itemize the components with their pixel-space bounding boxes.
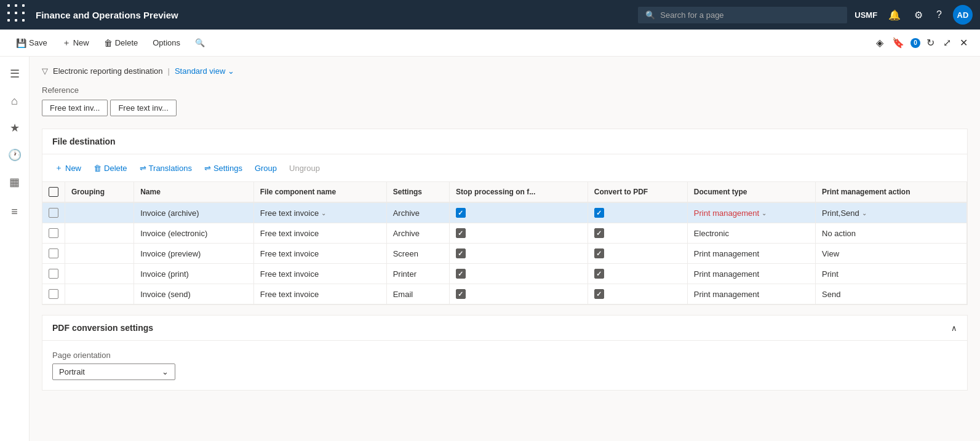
cell-print-action: No action: [816, 223, 967, 244]
cell-convert-pdf[interactable]: [588, 202, 687, 223]
dropdown-arrow-icon: ⌄: [762, 210, 767, 217]
help-icon[interactable]: ?: [934, 7, 944, 23]
page-header: ▽ Electronic reporting destination | Sta…: [42, 66, 968, 76]
close-icon[interactable]: ✕: [957, 34, 970, 51]
cell-stop-processing[interactable]: [449, 284, 588, 304]
cell-settings: Screen: [386, 244, 449, 264]
sidebar-item-hamburger[interactable]: ☰: [2, 62, 27, 86]
convert-pdf-checkbox[interactable]: [594, 269, 604, 279]
pdf-section-header[interactable]: PDF conversion settings ∧: [42, 316, 967, 341]
delete-label: Delete: [115, 38, 138, 47]
row-checkbox[interactable]: [49, 269, 58, 279]
stop-processing-checkbox[interactable]: [456, 228, 466, 238]
settings-icon[interactable]: ⚙: [912, 7, 925, 23]
cell-stop-processing[interactable]: [449, 244, 588, 264]
cell-name: Invoice (send): [134, 284, 254, 304]
stop-processing-checkbox[interactable]: [456, 269, 466, 279]
notification-badge: 0: [910, 38, 920, 48]
table-header-row: Grouping Name File component name Settin…: [42, 182, 967, 202]
table-ungroup-button[interactable]: Ungroup: [284, 161, 325, 176]
convert-pdf-checkbox[interactable]: [594, 228, 604, 238]
sidebar-item-favorites[interactable]: ★: [2, 116, 27, 140]
cell-document-type[interactable]: Print management⌄: [687, 202, 815, 223]
entity-label: USMF: [855, 10, 877, 20]
page-orientation-select[interactable]: Portrait ⌄: [52, 364, 175, 380]
table-row[interactable]: Invoice (preview)Free text invoiceScreen…: [42, 244, 967, 264]
reference-btn-1[interactable]: Free text inv...: [42, 100, 108, 116]
page-orientation-label: Page orientation: [52, 351, 957, 360]
sidebar-item-workspaces[interactable]: ▦: [2, 170, 27, 194]
table-delete-button[interactable]: 🗑 Delete: [89, 161, 132, 176]
document-type-dropdown[interactable]: Print management⌄: [694, 209, 809, 218]
save-button[interactable]: 💾 Save: [10, 34, 54, 52]
view-selector[interactable]: Standard view ⌄: [175, 66, 234, 76]
select-all-checkbox[interactable]: [49, 187, 58, 197]
cell-print-action: View: [816, 244, 967, 264]
reference-btn-2[interactable]: Free text inv...: [110, 100, 176, 116]
cell-document-type: Print management: [687, 244, 815, 264]
th-checkbox: [42, 182, 65, 202]
table-new-button[interactable]: ＋ New: [50, 159, 86, 177]
table-settings-button[interactable]: ⇌ Settings: [199, 161, 247, 176]
convert-pdf-checkbox[interactable]: [594, 208, 604, 218]
stop-processing-checkbox[interactable]: [456, 248, 466, 258]
row-checkbox[interactable]: [49, 208, 58, 218]
convert-pdf-checkbox[interactable]: [594, 248, 604, 258]
table-translations-button[interactable]: ⇌ Translations: [135, 161, 197, 176]
bell-icon[interactable]: 🔔: [886, 7, 903, 23]
print-action-dropdown[interactable]: Print,Send⌄: [822, 209, 960, 218]
table-toolbar: ＋ New 🗑 Delete ⇌ Translations ⇌ Settings: [42, 154, 967, 182]
table-row[interactable]: Invoice (print)Free text invoicePrinterP…: [42, 264, 967, 284]
cell-file-component[interactable]: Free text invoice⌄: [253, 202, 386, 223]
filter-button[interactable]: 🔍: [189, 34, 211, 51]
file-destination-title: File destination: [42, 129, 967, 154]
row-checkbox[interactable]: [49, 248, 58, 258]
row-checkbox[interactable]: [49, 228, 58, 238]
cell-convert-pdf[interactable]: [588, 244, 687, 264]
cell-stop-processing[interactable]: [449, 223, 588, 244]
table-row[interactable]: Invoice (electronic)Free text invoiceArc…: [42, 223, 967, 244]
left-sidebar: ☰ ⌂ ★ 🕐 ▦ ≡: [0, 57, 30, 441]
reference-section: Reference Free text inv... Free text inv…: [42, 85, 968, 116]
cell-grouping: [65, 223, 134, 244]
cell-convert-pdf[interactable]: [588, 284, 687, 304]
cell-name: Invoice (archive): [134, 202, 254, 223]
cell-document-type: Print management: [687, 264, 815, 284]
table-row[interactable]: Invoice (archive)Free text invoice⌄Archi…: [42, 202, 967, 223]
cell-stop-processing[interactable]: [449, 202, 588, 223]
translations-icon: ⇌: [140, 164, 146, 173]
table-body: Invoice (archive)Free text invoice⌄Archi…: [42, 202, 967, 304]
delete-button[interactable]: 🗑 Delete: [98, 34, 145, 52]
app-grid-icon[interactable]: [7, 4, 28, 25]
sidebar-item-modules[interactable]: ≡: [2, 199, 27, 224]
new-button[interactable]: ＋ New: [56, 34, 95, 52]
table-group-button[interactable]: Group: [250, 161, 282, 176]
cell-convert-pdf[interactable]: [588, 264, 687, 284]
refresh-icon[interactable]: ↻: [924, 34, 937, 51]
breadcrumb-title: Electronic reporting destination: [53, 66, 163, 76]
avatar[interactable]: AD: [953, 5, 973, 25]
cell-stop-processing[interactable]: [449, 264, 588, 284]
file-destination-section: File destination ＋ New 🗑 Delete ⇌ Transl…: [42, 129, 968, 305]
diamond-icon[interactable]: ◈: [874, 34, 886, 51]
cell-grouping: [65, 244, 134, 264]
file-component-dropdown[interactable]: Free text invoice⌄: [260, 209, 380, 218]
sidebar-item-home[interactable]: ⌂: [2, 89, 27, 113]
cell-convert-pdf[interactable]: [588, 223, 687, 244]
expand-icon[interactable]: ⤢: [941, 34, 954, 51]
bookmark-icon[interactable]: 🔖: [890, 34, 907, 51]
options-button[interactable]: Options: [146, 34, 186, 51]
search-bar[interactable]: 🔍 Search for a page: [638, 7, 847, 23]
filter-icon-header: ▽: [42, 66, 48, 76]
stop-processing-checkbox[interactable]: [456, 208, 466, 218]
convert-pdf-checkbox[interactable]: [594, 289, 604, 299]
cell-print-action[interactable]: Print,Send⌄: [816, 202, 967, 223]
sidebar-item-recent[interactable]: 🕐: [2, 143, 27, 167]
row-checkbox[interactable]: [49, 289, 58, 299]
top-nav-right: USMF 🔔 ⚙ ? AD: [855, 5, 973, 25]
table-row[interactable]: Invoice (send)Free text invoiceEmailPrin…: [42, 284, 967, 304]
stop-processing-checkbox[interactable]: [456, 289, 466, 299]
cell-document-type: Electronic: [687, 223, 815, 244]
dropdown-arrow-icon: ⌄: [321, 210, 326, 217]
reference-buttons: Free text inv... Free text inv...: [42, 100, 968, 116]
